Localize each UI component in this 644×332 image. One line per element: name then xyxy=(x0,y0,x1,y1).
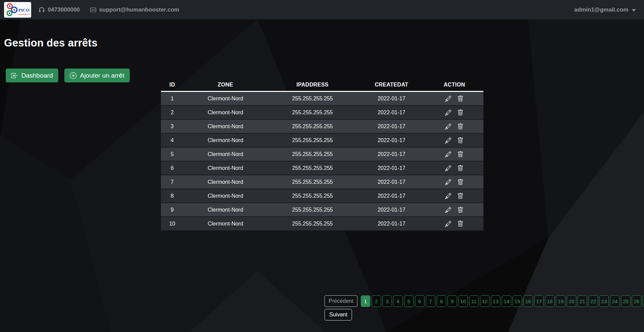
edit-pencil-icon[interactable] xyxy=(444,192,452,200)
page-button-27[interactable]: 27 xyxy=(643,295,644,307)
cell-ipaddress: 255.255.255.255 xyxy=(267,175,358,189)
add-stop-button[interactable]: Ajouter un arrêt xyxy=(64,69,130,82)
page-button-13[interactable]: 13 xyxy=(491,295,500,307)
edit-pencil-icon[interactable] xyxy=(444,164,452,172)
headset-icon xyxy=(39,7,45,13)
table-row: 7 Clermont-Nord 255.255.255.255 2022-01-… xyxy=(161,175,483,189)
page-button-20[interactable]: 20 xyxy=(567,295,576,307)
cell-createdat: 2022-01-17 xyxy=(358,133,425,147)
page-button-18[interactable]: 18 xyxy=(545,295,555,307)
box-arrow-in-left-icon xyxy=(11,72,18,79)
cell-zone: Clermont-Nord xyxy=(184,175,268,189)
topbar-phone-number: 0473000000 xyxy=(48,6,80,13)
delete-trash-icon[interactable] xyxy=(457,192,464,200)
cell-ipaddress: 255.255.255.255 xyxy=(267,119,358,133)
table-header-row: IDZONEIPADDRESSCREATEDATACTION xyxy=(161,80,483,92)
cell-ipaddress: 255.255.255.255 xyxy=(267,105,358,119)
page-button-4[interactable]: 4 xyxy=(393,295,403,307)
cell-ipaddress: 255.255.255.255 xyxy=(267,203,358,217)
table-row: 4 Clermont-Nord 255.255.255.255 2022-01-… xyxy=(161,133,483,147)
edit-pencil-icon[interactable] xyxy=(444,109,452,116)
cell-action xyxy=(425,189,483,203)
page-button-16[interactable]: 16 xyxy=(523,295,533,307)
delete-trash-icon[interactable] xyxy=(457,178,464,186)
delete-trash-icon[interactable] xyxy=(457,206,464,214)
edit-pencil-icon[interactable] xyxy=(444,220,452,228)
table-row: 3 Clermont-Nord 255.255.255.255 2022-01-… xyxy=(161,119,483,133)
page-button-19[interactable]: 19 xyxy=(556,295,565,307)
user-menu[interactable]: admin1@gmail.com xyxy=(574,6,636,13)
page-button-10[interactable]: 10 xyxy=(458,295,468,307)
pagination: Précédent 123456789101112131415161718192… xyxy=(325,295,644,307)
page-button-8[interactable]: 8 xyxy=(437,295,446,307)
delete-trash-icon[interactable] xyxy=(457,95,464,102)
cell-zone: Clermont-Nord xyxy=(184,189,268,203)
page-button-24[interactable]: 24 xyxy=(610,295,620,307)
stops-table: IDZONEIPADDRESSCREATEDATACTION 1 Clermon… xyxy=(161,80,483,231)
cell-action xyxy=(425,203,483,217)
cell-createdat: 2022-01-17 xyxy=(358,92,425,106)
page-button-22[interactable]: 22 xyxy=(588,295,598,307)
toolbar: Dashboard Ajouter un arrêt xyxy=(6,69,130,82)
dashboard-button-label: Dashboard xyxy=(21,72,53,79)
page-button-23[interactable]: 23 xyxy=(599,295,609,307)
cell-action xyxy=(425,161,483,175)
cell-action xyxy=(425,147,483,161)
delete-trash-icon[interactable] xyxy=(457,123,464,130)
picom-logo-graphic: PICOM CONTRÔLER VOS ANNONCES xyxy=(5,3,30,17)
cell-createdat: 2022-01-17 xyxy=(358,217,425,231)
page-button-15[interactable]: 15 xyxy=(513,295,522,307)
cell-createdat: 2022-01-17 xyxy=(358,203,425,217)
cell-createdat: 2022-01-17 xyxy=(358,161,425,175)
cell-id: 10 xyxy=(161,217,184,231)
previous-page-button[interactable]: Précédent xyxy=(325,295,357,307)
page-button-12[interactable]: 12 xyxy=(480,295,490,307)
edit-pencil-icon[interactable] xyxy=(444,151,452,158)
edit-pencil-icon[interactable] xyxy=(444,178,452,186)
page-button-9[interactable]: 9 xyxy=(448,295,457,307)
edit-pencil-icon[interactable] xyxy=(444,123,452,130)
topbar: PICOM CONTRÔLER VOS ANNONCES 0473000000 … xyxy=(0,0,644,19)
page-button-11[interactable]: 11 xyxy=(469,295,479,307)
delete-trash-icon[interactable] xyxy=(457,151,464,158)
page-button-5[interactable]: 5 xyxy=(404,295,414,307)
cell-action xyxy=(425,119,483,133)
cell-id: 2 xyxy=(161,105,184,119)
cell-zone: Clermont-Nord xyxy=(184,217,268,231)
edit-pencil-icon[interactable] xyxy=(444,137,452,144)
page-button-3[interactable]: 3 xyxy=(382,295,392,307)
delete-trash-icon[interactable] xyxy=(457,220,464,228)
topbar-support-email-text: support@humanbooster.com xyxy=(99,6,180,13)
page-button-17[interactable]: 17 xyxy=(534,295,544,307)
cell-id: 3 xyxy=(161,119,184,133)
dashboard-button[interactable]: Dashboard xyxy=(6,69,58,82)
cell-zone: Clermont-Nord xyxy=(184,119,268,133)
svg-text:PICOM: PICOM xyxy=(18,7,30,13)
next-page-button[interactable]: Suivant xyxy=(325,309,352,320)
page-number-buttons: 1234567891011121314151617181920212223242… xyxy=(361,295,644,307)
delete-trash-icon[interactable] xyxy=(457,109,464,116)
page-button-26[interactable]: 26 xyxy=(632,295,641,307)
column-header-ipaddress: IPADDRESS xyxy=(267,80,358,92)
edit-pencil-icon[interactable] xyxy=(444,95,452,102)
delete-trash-icon[interactable] xyxy=(457,137,464,144)
cell-ipaddress: 255.255.255.255 xyxy=(267,133,358,147)
page-button-6[interactable]: 6 xyxy=(415,295,424,307)
page-button-2[interactable]: 2 xyxy=(372,295,381,307)
cell-createdat: 2022-01-17 xyxy=(358,189,425,203)
edit-pencil-icon[interactable] xyxy=(444,206,452,214)
delete-trash-icon[interactable] xyxy=(457,164,464,172)
page-button-7[interactable]: 7 xyxy=(426,295,435,307)
page-button-21[interactable]: 21 xyxy=(578,295,587,307)
page-button-14[interactable]: 14 xyxy=(502,295,511,307)
cell-createdat: 2022-01-17 xyxy=(358,175,425,189)
page-button-1[interactable]: 1 xyxy=(361,295,370,307)
page-button-25[interactable]: 25 xyxy=(621,295,630,307)
table-body: 1 Clermont-Nord 255.255.255.255 2022-01-… xyxy=(161,92,483,231)
cell-action xyxy=(425,92,483,106)
cell-zone: Clermont-Nord xyxy=(184,105,268,119)
user-email: admin1@gmail.com xyxy=(574,6,628,13)
cell-id: 8 xyxy=(161,189,184,203)
picom-logo[interactable]: PICOM CONTRÔLER VOS ANNONCES xyxy=(4,2,31,18)
cell-ipaddress: 255.255.255.255 xyxy=(267,147,358,161)
